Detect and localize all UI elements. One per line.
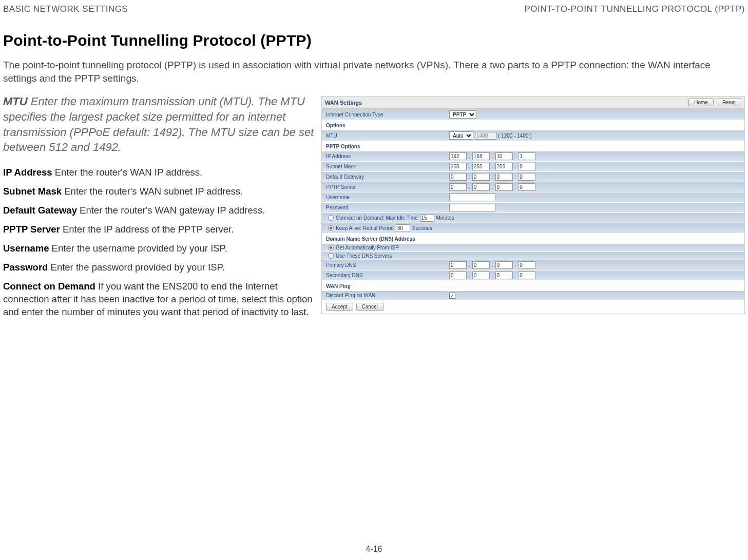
secondary-dns-label: Secondary DNS	[326, 273, 449, 278]
definition-password-text: Enter the password provided by your ISP.	[51, 262, 225, 273]
internet-connection-type-select[interactable]: PPTP	[449, 110, 476, 119]
connect-on-demand-unit: Minutes	[436, 215, 454, 221]
default-gateway-octet-3[interactable]	[495, 173, 513, 181]
definition-ip-address: IP Address Enter the router's WAN IP add…	[3, 166, 316, 179]
connect-on-demand-input[interactable]	[420, 214, 434, 222]
secondary-dns-octet-1[interactable]	[449, 272, 467, 279]
options-title: Options	[322, 120, 744, 130]
dns-title: Domain Name Server (DNS) Address	[322, 233, 744, 243]
definition-ip-address-text: Enter the router's WAN IP address.	[55, 167, 202, 178]
pptp-server-octet-1[interactable]	[449, 183, 467, 191]
dns-manual-radio[interactable]	[328, 253, 334, 259]
ip-address-octet-3[interactable]	[495, 152, 513, 160]
default-gateway-octet-1[interactable]	[449, 173, 467, 181]
definition-mtu: MTU Enter the maximum transmission unit …	[3, 94, 316, 155]
definition-subnet-mask-text: Enter the router's WAN subnet IP address…	[64, 186, 243, 197]
pptp-options-title: PPTP Options	[322, 141, 744, 151]
definition-username: Username Enter the username provided by …	[3, 242, 316, 255]
definition-connect-on-demand: Connect on Demand If you want the ENS200…	[3, 280, 316, 319]
default-gateway-label: Default Gateway	[326, 174, 449, 180]
definition-connect-on-demand-label: Connect on Demand	[3, 281, 95, 292]
mtu-value-input[interactable]	[475, 132, 496, 140]
secondary-dns-octet-3[interactable]	[495, 272, 513, 279]
mtu-mode-select[interactable]: Auto	[449, 131, 473, 140]
primary-dns-octet-1[interactable]	[449, 261, 467, 269]
primary-dns-label: Primary DNS	[326, 262, 449, 268]
subnet-mask-octet-4[interactable]	[518, 163, 535, 170]
keep-alive-input[interactable]	[396, 224, 410, 232]
definition-default-gateway-text: Enter the router's WAN gateway IP addres…	[80, 205, 265, 216]
definition-password: Password Enter the password provided by …	[3, 261, 316, 274]
subnet-mask-octet-2[interactable]	[472, 163, 490, 170]
definition-username-label: Username	[3, 243, 49, 254]
internet-connection-type-label: Internet Connection Type	[326, 112, 449, 118]
ip-address-octet-2[interactable]	[472, 152, 490, 160]
password-input[interactable]	[449, 204, 495, 211]
definition-password-label: Password	[3, 262, 48, 273]
mtu-range: ( 1200 - 1400 )	[498, 133, 532, 139]
definition-pptp-server: PPTP Server Enter the IP address of the …	[3, 223, 316, 236]
default-gateway-octet-2[interactable]	[472, 173, 490, 181]
ip-address-octet-1[interactable]	[449, 152, 467, 160]
definition-mtu-text: Enter the maximum transmission unit (MTU…	[3, 95, 314, 153]
reset-button[interactable]: Reset	[717, 99, 741, 106]
definition-mtu-label: MTU	[3, 95, 28, 108]
username-input[interactable]	[449, 194, 495, 201]
connect-on-demand-radio[interactable]	[328, 215, 334, 221]
section-left: BASIC NETWORK SETTINGS	[3, 4, 128, 14]
page-number: 4-16	[366, 545, 382, 554]
discard-ping-checkbox[interactable]	[449, 293, 455, 299]
primary-dns-octet-3[interactable]	[495, 261, 513, 269]
page-title: Point-to-Point Tunnelling Protocol (PPTP…	[0, 16, 748, 59]
password-label: Password	[326, 205, 449, 210]
pptp-server-octet-3[interactable]	[495, 183, 513, 191]
mtu-label: MTU	[326, 133, 449, 139]
subnet-mask-label: Subnet Mask	[326, 164, 449, 169]
wan-settings-screenshot: WAN Settings Home Reset Internet Connect…	[321, 96, 745, 314]
subnet-mask-octet-3[interactable]	[495, 163, 513, 170]
subnet-mask-octet-1[interactable]	[449, 163, 467, 170]
connect-on-demand-label: Connect on Demand: Max Idle Time	[336, 215, 418, 221]
pptp-server-octet-2[interactable]	[472, 183, 490, 191]
ip-address-label: IP Address	[326, 153, 449, 159]
secondary-dns-octet-2[interactable]	[472, 272, 490, 279]
discard-ping-label: Discard Ping on WAN	[326, 293, 449, 298]
username-label: Username	[326, 195, 449, 200]
dns-auto-label: Get Automatically From ISP	[336, 245, 399, 250]
default-gateway-octet-4[interactable]	[518, 173, 535, 181]
dns-manual-label: Use These DNS Servers	[336, 253, 392, 259]
home-button[interactable]: Home	[688, 99, 714, 106]
definition-subnet-mask: Subnet Mask Enter the router's WAN subne…	[3, 185, 316, 198]
wan-settings-title: WAN Settings	[325, 100, 362, 106]
secondary-dns-octet-4[interactable]	[518, 272, 535, 279]
definition-default-gateway: Default Gateway Enter the router's WAN g…	[3, 204, 316, 217]
definition-pptp-server-text: Enter the IP address of the PPTP server.	[63, 224, 234, 235]
keep-alive-radio[interactable]	[328, 225, 334, 231]
definition-username-text: Enter the username provided by your ISP.	[52, 243, 227, 254]
definitions-column: MTU Enter the maximum transmission unit …	[3, 94, 316, 324]
intro-paragraph: The point-to-point tunnelling protocol (…	[0, 59, 748, 94]
keep-alive-label: Keep Alive: Redial Period	[336, 225, 394, 231]
pptp-server-octet-4[interactable]	[518, 183, 535, 191]
keep-alive-unit: Seconds	[412, 225, 432, 231]
dns-auto-radio[interactable]	[328, 245, 334, 250]
primary-dns-octet-4[interactable]	[518, 261, 535, 269]
section-right: POINT-TO-POINT TUNNELLING PROTOCOL (PPTP…	[524, 4, 745, 14]
ip-address-octet-4[interactable]	[518, 152, 535, 160]
definition-ip-address-label: IP Address	[3, 167, 52, 178]
wan-ping-title: WAN Ping	[322, 280, 744, 291]
definition-pptp-server-label: PPTP Server	[3, 224, 60, 235]
definition-default-gateway-label: Default Gateway	[3, 205, 77, 216]
pptp-server-label: PPTP Server	[326, 184, 449, 190]
definition-subnet-mask-label: Subnet Mask	[3, 186, 62, 197]
primary-dns-octet-2[interactable]	[472, 261, 490, 269]
accept-button[interactable]: Accept	[326, 303, 353, 311]
cancel-button[interactable]: Cancel	[356, 303, 383, 311]
